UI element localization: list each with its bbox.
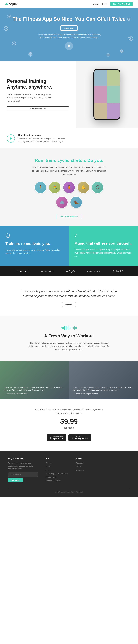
testimonial-left: Loves really love fitness app and I enjo… [0,361,69,399]
personal-section: Personal training. Anytime, anywhere. On… [0,61,138,128]
logo-bars-icon [5,3,7,5]
waveform-bar [66,326,66,330]
footer-faq-link[interactable]: Frequently Asked Questions [46,472,68,475]
footer-email-input[interactable] [8,472,38,477]
footer-follow-links: Facebook Twitter Instagram [76,462,84,471]
footer-twitter-link[interactable]: Twitter [76,466,81,468]
footer-info-col: Info Support Press Store Frequently Aske… [46,458,68,483]
fresh-section: A Fresh Way to Workout That drive you fe… [0,316,138,361]
nav-links: About Blog Start Your Free Trial [93,2,133,6]
google-play-sub-label: Get it on [75,436,88,437]
footer-privacy-link[interactable]: Privacy Policy [46,476,57,478]
app-store-button[interactable]:  Download on the App Store [47,434,66,441]
waveform-bar [72,328,72,328]
logo[interactable]: Aaptiv [5,2,17,6]
activity-strength: 💪 [77,182,89,194]
pricing-subtext: Get unlimited access to classes in runni… [35,408,103,414]
phone-cell-3 [94,86,107,103]
hero-section: ❄ ❄ ❄ ❄ ❄ ❄ ❄ ❄ The Fitness App So Nice,… [0,8,138,61]
footer-instagram-link[interactable]: Instagram [76,469,84,471]
navbar: Aaptiv About Blog Start Your Free Trial [0,0,138,8]
pricing-section: Get unlimited access to classes in runni… [0,399,138,451]
footer-support-link[interactable]: Support [46,462,52,464]
trainers-music-section: ⏱ Trainers to motivate you. From maratho… [0,226,138,266]
run-headline: Run, train, cycle, stretch. Do you. [5,158,133,163]
quote-section: "...no more hopping on a machine with no… [0,276,138,316]
waveform-bar [73,326,74,329]
footer-subscribe-button[interactable]: Subscribe [8,478,22,482]
phone-collage [94,70,120,119]
store-buttons:  Download on the App Store ▷ Get it on … [5,434,133,441]
waveform-bar [61,328,62,328]
press-instyle: InStyle [66,270,75,273]
run-cta-button[interactable]: Start Your Free Trial [56,214,82,219]
play-icon [68,44,71,48]
hero-subtext: This holiday season buy two Aaptiv Annua… [35,33,103,39]
waveform-bar [74,326,75,330]
testimonial-right: "Having a trainer right in your ears pai… [69,361,138,399]
nav-blog-link[interactable]: Blog [102,3,106,5]
nav-about-link[interactable]: About [93,3,98,5]
run-cta-area: Start Your Free Trial [5,214,133,219]
quote-text: "...no more hopping on a machine with no… [16,289,122,298]
personal-headline: Personal training. Anytime, anywhere. [7,78,69,90]
music-icon: ♫ [74,233,133,238]
hear-play-icon [10,137,12,140]
footer-stay-body: Be the first to hear about app updates, … [8,462,38,470]
waveform-bar [68,326,68,330]
run-icon: 🏃 [38,185,43,190]
activity-run: 🏃 [34,182,46,194]
activity-headphones: 🎧 [92,182,104,194]
google-play-button[interactable]: ▷ Get it on Google Play [68,434,91,441]
price-period: per month [5,426,133,429]
press-wellgood: WELL+GOOD [40,270,54,272]
phone-cell-6 [107,103,120,119]
app-store-name-label: App Store [53,437,63,440]
waveform-bar [75,326,76,329]
footer: Stay in the Know Be the first to hear ab… [0,451,138,497]
run-body: Start your day with an energizing hip-ho… [30,166,108,176]
personal-body: On-demand audio fitness that combines th… [7,93,53,102]
personal-cta-button[interactable]: Start Your Free Trial [7,106,69,111]
google-play-name-label: Google Play [75,437,88,440]
hero-content: The Fitness App So Nice, You Can Gift It… [5,16,133,50]
press-realsimple: REAL SIMPLE [87,270,100,272]
footer-stay-col: Stay in the Know Be the first to hear ab… [8,458,38,483]
testimonial-left-cite: — Jon Bogard, Aaptiv Member [4,393,65,394]
waveform-bar [76,327,77,329]
waveform-icon [11,326,127,330]
hero-shop-button[interactable]: Shop Now [60,25,78,31]
activity-cycle: 🚴 [49,182,61,194]
testimonial-left-text: Loves really love fitness app and I enjo… [4,386,65,392]
phone-cell-4 [107,86,120,103]
nav-cta-button[interactable]: Start Your Free Trial [110,2,133,6]
trainers-column: ⏱ Trainers to motivate you. From maratho… [0,226,69,266]
google-play-text: Get it on Google Play [75,436,88,440]
hear-play-button[interactable] [7,134,15,142]
footer-store-link[interactable]: Store [46,469,50,471]
testimonial-right-text: "Having a trainer right in your ears pai… [73,386,134,392]
waveform-bar [70,326,70,329]
quote-divider [66,286,72,286]
testimonial-right-content: "Having a trainer right in your ears pai… [73,386,134,395]
phone-cell-1 [94,70,107,86]
activity-elliptical: ⚙️ [56,196,68,208]
footer-terms-link[interactable]: Terms & Conditions [46,480,61,482]
read-more-button[interactable]: Read More [62,302,76,307]
testimonial-right-cite: — Carey Palmer, Aaptiv Member [73,393,134,394]
activity-circles-row1: 🏃 🚴 🧘 💪 🎧 [5,182,133,194]
press-section: GLAMOUR WELL+GOOD InStyle REAL SIMPLE SH… [0,266,138,276]
run-section: Run, train, cycle, stretch. Do you. Star… [0,148,138,226]
footer-follow-title: Follow [76,458,84,460]
waveform-bar [67,326,67,329]
trainers-body: From marathon champions to pro-athletes,… [5,248,64,255]
footer-facebook-link[interactable]: Facebook [76,462,84,464]
waveform-bar [64,326,65,330]
footer-press-link[interactable]: Press [46,466,50,468]
hear-section: Hear the difference. Listen to an Aaptiv… [0,128,138,148]
yoga-icon: 🧘 [67,185,71,190]
activity-hiking: 🥾 [70,196,82,208]
hero-play-button[interactable] [65,42,73,50]
google-play-icon: ▷ [72,436,74,440]
footer-info-links: Support Press Store Frequently Asked Que… [46,462,68,482]
